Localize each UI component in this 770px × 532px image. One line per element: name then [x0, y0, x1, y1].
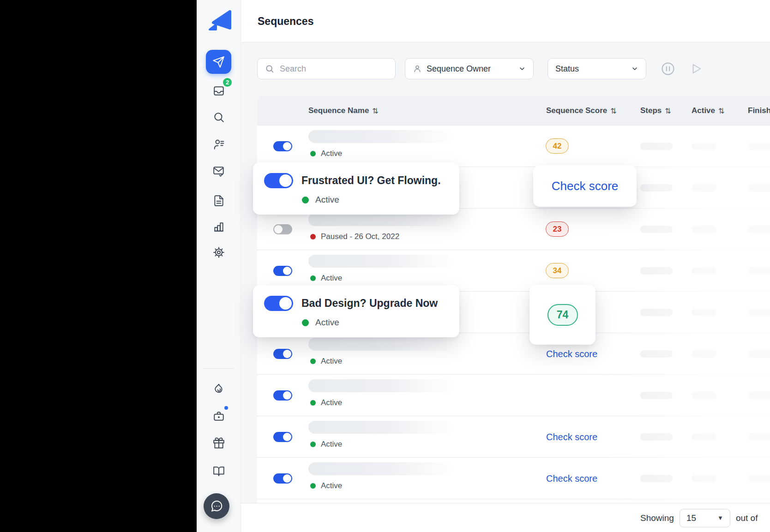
check-score-link[interactable]: Check score: [546, 416, 597, 458]
table-row: Active: [257, 375, 770, 416]
sidebar-item-inbox[interactable]: [213, 85, 225, 97]
status-text: Active: [321, 398, 342, 407]
inbox-badge: 2: [222, 77, 233, 88]
sidebar-item-rewards[interactable]: [213, 437, 225, 449]
page-header: Sequences: [241, 0, 770, 42]
column-header-sequence-score[interactable]: Sequence Score⇅: [546, 96, 617, 126]
score-badge: 42: [546, 138, 569, 154]
column-header-steps[interactable]: Steps⇅: [640, 96, 671, 126]
sequence-toggle[interactable]: [264, 296, 293, 311]
document-icon: [213, 195, 225, 207]
sequence-title: Bad Design? Upgrade Now: [301, 297, 438, 310]
table-row: Active Check score: [257, 333, 770, 375]
sidebar-item-analytics[interactable]: [213, 221, 225, 233]
active-dot: [310, 275, 316, 281]
sequence-toggle[interactable]: [273, 473, 292, 484]
sequence-toggle[interactable]: [273, 390, 292, 400]
sidebar-divider: [203, 368, 235, 369]
sidebar-item-warmup[interactable]: [213, 383, 225, 395]
page-size-select[interactable]: 15 ▼: [680, 509, 730, 527]
sequence-toggle[interactable]: [273, 141, 292, 151]
sidebar-item-search[interactable]: [213, 111, 225, 123]
status-text: Active: [321, 274, 342, 283]
column-header-sequence-name[interactable]: Sequence Name⇅: [308, 96, 379, 126]
sidebar: 2: [197, 0, 241, 532]
score-card: 74: [529, 285, 596, 345]
chat-bubble-icon: [210, 499, 223, 513]
score-badge: 23: [546, 221, 569, 237]
sequence-toggle[interactable]: [273, 349, 292, 359]
status-text: Paused - 26 Oct, 2022: [321, 232, 399, 241]
sequence-toggle[interactable]: [264, 173, 293, 188]
flame-icon: [213, 383, 225, 395]
name-skeleton: [308, 213, 453, 226]
table-row: Paused - 26 Oct, 2022 23: [257, 209, 770, 250]
gear-icon: [213, 246, 225, 258]
active-dot: [310, 442, 316, 447]
search-input-container: [257, 58, 396, 79]
status-text: Active: [321, 440, 342, 449]
sidebar-item-email-verify[interactable]: [213, 165, 225, 177]
active-dot: [302, 197, 309, 203]
book-icon: [213, 465, 225, 477]
search-input[interactable]: [279, 64, 380, 74]
active-dot: [302, 319, 309, 326]
search-icon: [265, 64, 274, 73]
left-black-panel: [0, 0, 197, 532]
sort-icon: ⇅: [665, 107, 671, 115]
inbox-icon: [213, 85, 225, 97]
name-skeleton: [308, 338, 453, 351]
sidebar-item-settings[interactable]: [213, 246, 225, 258]
column-header-active[interactable]: Active⇅: [692, 96, 724, 126]
sequence-owner-label: Sequence Owner: [427, 64, 491, 74]
sidebar-item-templates[interactable]: [213, 195, 225, 207]
play-all-button[interactable]: [690, 63, 702, 75]
pause-all-button[interactable]: [661, 62, 675, 76]
active-dot: [310, 483, 316, 489]
briefcase-notification-dot: [223, 405, 229, 411]
score-badge: 34: [546, 263, 569, 278]
table-row: Active Check score: [257, 458, 770, 499]
table-header: Sequence Name⇅ Sequence Score⇅ Steps⇅ Ac…: [257, 96, 770, 126]
send-icon: [212, 56, 225, 68]
sequence-card-frustrated-ui: Frustrated UI? Get Flowing. Active: [253, 162, 459, 215]
paused-dot: [310, 234, 316, 239]
app-screen: 2: [0, 0, 770, 532]
person-icon: [413, 64, 422, 73]
sequence-card-bad-design: Bad Design? Upgrade Now Active: [253, 285, 459, 337]
sequence-toggle[interactable]: [273, 266, 292, 276]
check-score-card[interactable]: Check score: [533, 165, 637, 207]
out-of-label: out of: [736, 513, 758, 523]
name-skeleton: [308, 255, 453, 268]
sidebar-item-sequences[interactable]: [206, 50, 231, 74]
sidebar-item-workspace[interactable]: [213, 410, 225, 422]
sequence-toggle[interactable]: [273, 224, 292, 234]
page-title: Sequences: [258, 0, 313, 42]
chevron-down-icon: [631, 65, 638, 72]
name-skeleton: [308, 421, 453, 434]
sidebar-item-docs[interactable]: [213, 465, 225, 477]
sequence-toggle[interactable]: [273, 432, 292, 442]
contact-list-icon: [213, 138, 225, 150]
showing-label: Showing: [640, 513, 674, 523]
app-logo: [208, 10, 232, 31]
chevron-down-icon: ▼: [717, 514, 723, 521]
table-row: Active Check score: [257, 416, 770, 458]
briefcase-icon: [213, 410, 225, 422]
page-size-value: 15: [686, 513, 696, 523]
status-text: Active: [321, 481, 342, 490]
chat-widget-button[interactable]: [204, 493, 229, 519]
column-header-finished[interactable]: Finished⇅: [748, 96, 770, 126]
name-skeleton: [308, 379, 453, 392]
gift-icon: [213, 437, 225, 449]
sequence-title: Frustrated UI? Get Flowing.: [301, 174, 441, 187]
name-skeleton: [308, 130, 453, 143]
sidebar-item-contacts[interactable]: [213, 138, 225, 150]
table-row: Active 42: [257, 126, 770, 167]
mail-check-icon: [213, 165, 225, 177]
active-dot: [310, 151, 316, 156]
sequence-owner-dropdown[interactable]: Sequence Owner: [405, 58, 534, 79]
check-score-link[interactable]: Check score: [546, 458, 597, 499]
status-dropdown[interactable]: Status: [547, 58, 646, 79]
table-footer: Showing 15 ▼ out of: [241, 503, 770, 532]
